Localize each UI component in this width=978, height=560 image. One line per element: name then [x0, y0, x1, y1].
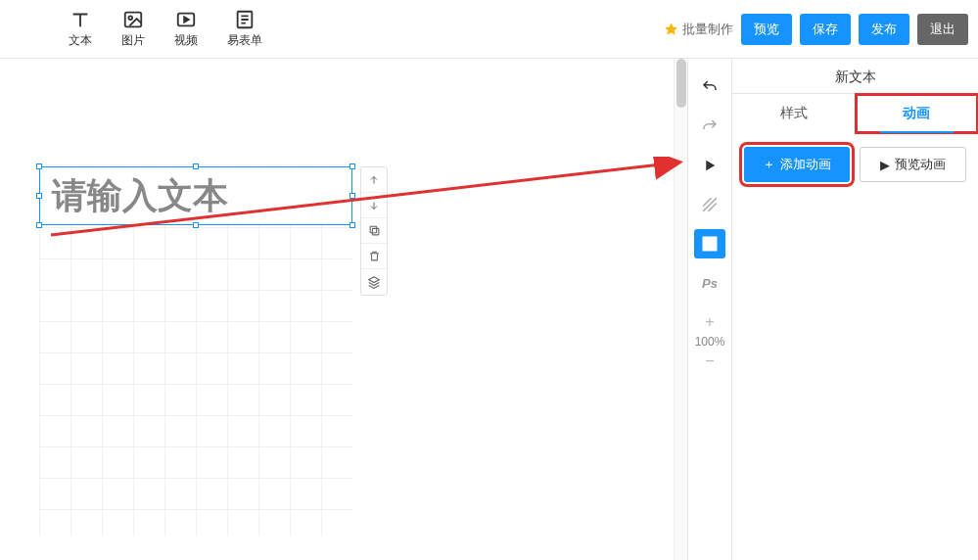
image-icon	[122, 9, 144, 30]
svg-point-1	[128, 16, 132, 20]
hatch-button[interactable]	[694, 190, 725, 219]
zoom-in-button[interactable]: +	[705, 313, 714, 331]
tool-video-label: 视频	[174, 32, 198, 49]
play-button[interactable]	[694, 151, 725, 180]
tool-text-label: 文本	[69, 32, 92, 49]
layers-button[interactable]	[361, 269, 387, 295]
plus-icon: ＋	[763, 156, 775, 173]
panel-body: ＋ 添加动画 ▶ 预览动画	[732, 133, 978, 196]
panel-title: 新文本	[732, 59, 978, 94]
layers-icon	[367, 275, 381, 289]
resize-handle-bl[interactable]	[36, 222, 42, 228]
exit-button[interactable]: 退出	[917, 14, 968, 45]
zoom-level: 100%	[695, 335, 725, 349]
svg-rect-4	[372, 228, 379, 235]
zoom-controls: + 100% −	[695, 313, 725, 370]
copy-icon	[368, 224, 381, 237]
move-down-button[interactable]	[361, 193, 387, 218]
play-icon	[701, 157, 719, 174]
move-up-button[interactable]	[361, 167, 387, 193]
text-element-content: 请输入文本	[52, 172, 228, 220]
undo-icon	[701, 78, 719, 96]
grid-button[interactable]	[694, 229, 725, 258]
undo-button[interactable]	[694, 72, 725, 102]
canvas-scrollbar[interactable]	[674, 59, 687, 560]
batch-create-label: 批量制作	[682, 21, 733, 38]
delete-button[interactable]	[361, 244, 387, 269]
resize-handle-tr[interactable]	[349, 163, 355, 169]
arrow-up-icon	[368, 174, 380, 186]
svg-rect-7	[703, 237, 717, 251]
toolbar-right-group: 批量制作 预览 保存 发布 退出	[664, 14, 968, 45]
text-element-selected[interactable]: 请输入文本	[39, 166, 352, 225]
zoom-out-button[interactable]: −	[705, 352, 714, 370]
copy-button[interactable]	[361, 218, 387, 244]
ps-button[interactable]: Ps	[694, 268, 725, 298]
publish-button[interactable]: 发布	[859, 14, 909, 45]
video-icon	[175, 9, 197, 30]
redo-icon	[701, 117, 719, 135]
save-button[interactable]: 保存	[800, 14, 851, 45]
play-small-icon: ▶	[880, 158, 890, 172]
star-icon	[664, 22, 678, 36]
preview-animation-button[interactable]: ▶ 预览动画	[860, 147, 967, 182]
batch-create-link[interactable]: 批量制作	[664, 21, 733, 38]
resize-handle-mr[interactable]	[349, 193, 355, 199]
tab-style[interactable]: 样式	[732, 94, 856, 133]
tool-video[interactable]: 视频	[174, 9, 198, 49]
resize-handle-br[interactable]	[349, 222, 355, 228]
tool-image-label: 图片	[121, 32, 145, 49]
tool-text[interactable]: 文本	[69, 9, 92, 49]
resize-handle-mb[interactable]	[193, 222, 199, 228]
top-toolbar: 文本 图片 视频 易表单 批量制作 预览 保存 发布 退出	[0, 0, 978, 59]
arrow-down-icon	[368, 200, 380, 211]
add-animation-button[interactable]: ＋ 添加动画	[744, 147, 850, 182]
text-icon	[70, 9, 91, 30]
tool-form[interactable]: 易表单	[227, 9, 262, 49]
side-tool-column: Ps + 100% −	[687, 59, 731, 560]
toolbar-left-group: 文本 图片 视频 易表单	[69, 9, 262, 49]
redo-button[interactable]	[694, 112, 725, 141]
preview-animation-label: 预览动画	[895, 156, 946, 173]
properties-panel: 新文本 样式 动画 ＋ 添加动画 ▶ 预览动画	[731, 59, 978, 560]
tab-animation[interactable]: 动画	[856, 94, 979, 133]
main-area: 请输入文本	[0, 59, 978, 560]
resize-handle-tl[interactable]	[36, 163, 42, 169]
resize-handle-mt[interactable]	[193, 163, 199, 169]
add-animation-label: 添加动画	[780, 156, 831, 173]
svg-rect-5	[370, 226, 377, 233]
grid-icon	[701, 235, 719, 253]
preview-button[interactable]: 预览	[741, 14, 792, 45]
trash-icon	[368, 250, 381, 262]
panel-tabs: 样式 动画	[732, 94, 978, 133]
tool-form-label: 易表单	[227, 32, 262, 49]
element-tool-strip	[360, 166, 388, 296]
form-icon	[234, 9, 256, 30]
diagonal-lines-icon	[701, 196, 719, 213]
resize-handle-ml[interactable]	[36, 193, 42, 199]
scrollbar-thumb[interactable]	[676, 59, 686, 108]
canvas-area[interactable]: 请输入文本	[0, 59, 674, 560]
ps-icon: Ps	[702, 276, 718, 291]
tool-image[interactable]: 图片	[121, 9, 145, 49]
